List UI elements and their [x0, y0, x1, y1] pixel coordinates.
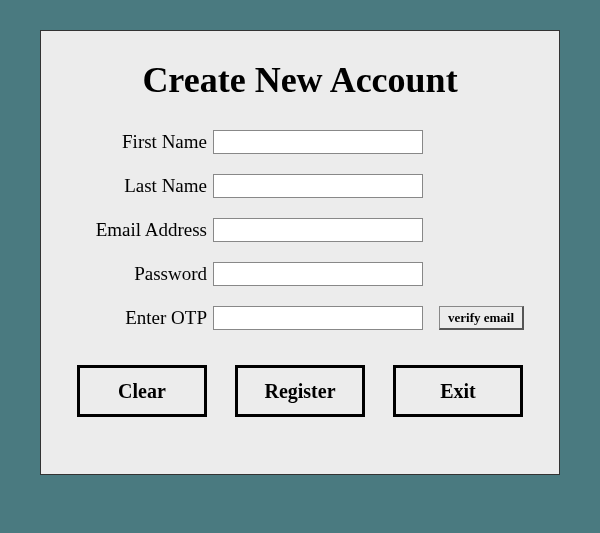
- password-row: Password: [73, 261, 527, 287]
- otp-row: Enter OTP verify email: [73, 305, 527, 331]
- password-input[interactable]: [213, 262, 423, 286]
- clear-button[interactable]: Clear: [77, 365, 207, 417]
- form-fields: First Name Last Name Email Address Passw…: [73, 129, 527, 331]
- email-input[interactable]: [213, 218, 423, 242]
- page-title: Create New Account: [73, 59, 527, 101]
- last-name-input[interactable]: [213, 174, 423, 198]
- first-name-row: First Name: [73, 129, 527, 155]
- exit-button[interactable]: Exit: [393, 365, 523, 417]
- last-name-row: Last Name: [73, 173, 527, 199]
- otp-input[interactable]: [213, 306, 423, 330]
- register-button[interactable]: Register: [235, 365, 365, 417]
- create-account-panel: Create New Account First Name Last Name …: [40, 30, 560, 475]
- first-name-label: First Name: [73, 131, 213, 153]
- otp-label: Enter OTP: [73, 307, 213, 329]
- password-label: Password: [73, 263, 213, 285]
- first-name-input[interactable]: [213, 130, 423, 154]
- action-buttons: Clear Register Exit: [73, 365, 527, 417]
- email-row: Email Address: [73, 217, 527, 243]
- verify-email-button[interactable]: verify email: [439, 306, 524, 330]
- email-label: Email Address: [73, 219, 213, 241]
- last-name-label: Last Name: [73, 175, 213, 197]
